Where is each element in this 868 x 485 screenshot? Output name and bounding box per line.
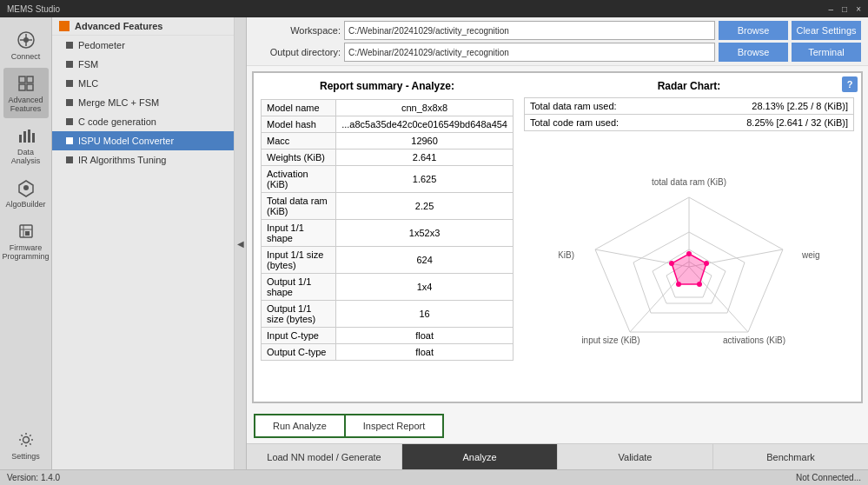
connection-status: Not Connected... — [796, 473, 861, 482]
sidebar-item-mlc[interactable]: MLC — [52, 74, 234, 93]
mlc-dot — [66, 80, 73, 87]
help-btn[interactable]: ? — [842, 76, 858, 92]
tab-benchmark[interactable]: Benchmark — [713, 444, 868, 469]
tab-load-nn[interactable]: Load NN model / Generate — [247, 444, 402, 469]
table-row: Output 1/1 size (bytes)16 — [262, 301, 514, 328]
table-cell-value: 624 — [336, 247, 514, 274]
svg-point-37 — [676, 282, 681, 287]
workspace-section: Workspace: Browse Clear Settings Output … — [247, 17, 868, 66]
table-row: Input C-typefloat — [262, 328, 514, 344]
nav-icon-settings[interactable]: Settings — [3, 424, 49, 466]
version-label: Version: 1.4.0 — [7, 473, 60, 482]
table-cell-key: Activation (KiB) — [262, 166, 336, 193]
workspace-input[interactable] — [344, 21, 715, 40]
sidebar-nav: Pedometer FSM MLC Merge MLC + FSM C code… — [52, 36, 234, 469]
sidebar-label-fsm: FSM — [78, 59, 98, 70]
svg-point-3 — [23, 37, 29, 43]
algobuilder-icon — [16, 177, 36, 198]
orange-accent — [59, 21, 70, 31]
status-bar: Version: 1.4.0 Not Connected... — [0, 469, 868, 485]
table-cell-value: 1x52x3 — [336, 220, 514, 247]
clear-settings-btn[interactable]: Clear Settings — [792, 21, 861, 40]
workspace-browse-btn[interactable]: Browse — [719, 21, 788, 40]
main-area: ? Report summary - Analyze: Model namecn… — [247, 66, 868, 469]
inspect-report-btn[interactable]: Inspect Report — [344, 414, 445, 438]
table-cell-value: 1.625 — [336, 166, 514, 193]
merge-dot — [66, 99, 73, 106]
svg-point-38 — [669, 261, 674, 266]
nav-connect-label: Connect — [11, 52, 41, 61]
table-row: Model namecnn_8x8x8 — [262, 100, 514, 116]
nav-icon-algobuilder[interactable]: AlgoBuilder — [3, 172, 49, 214]
nav-settings-label: Settings — [11, 452, 40, 461]
table-row: Model hash...a8c5a35de42c0ce016549bd648a… — [262, 116, 514, 133]
settings-icon — [16, 429, 36, 450]
svg-rect-5 — [27, 76, 33, 83]
workspace-browse-btns: Browse Clear Settings — [719, 21, 861, 40]
output-input[interactable] — [344, 43, 715, 62]
nav-icon-panel: Connect AdvancedFeatures DataAnalysis Al… — [0, 17, 52, 469]
ir-dot — [66, 156, 73, 163]
sidebar-item-ir[interactable]: IR Algorithms Tuning — [52, 150, 234, 169]
tab-validate[interactable]: Validate — [558, 444, 713, 469]
sidebar-label-merge: Merge MLC + FSM — [78, 97, 159, 108]
table-cell-key: Model hash — [262, 116, 336, 133]
tab-analyze-label: Analyze — [462, 452, 496, 462]
nav-icon-advanced[interactable]: AdvancedFeatures — [3, 68, 49, 118]
report-inner: Report summary - Analyze: Model namecnn_… — [254, 73, 861, 402]
radar-stat-value-2: 8.25% [2.641 / 32 (KiB)] — [746, 117, 848, 128]
run-analyze-btn[interactable]: Run Analyze — [254, 414, 344, 438]
sidebar-item-ispu[interactable]: ISPU Model Converter — [52, 131, 234, 150]
bottom-buttons: Run Analyze Inspect Report — [247, 409, 868, 443]
sidebar: Advanced Features Pedometer FSM MLC Merg… — [52, 17, 235, 469]
table-cell-value: 12960 — [336, 133, 514, 149]
help-button-container: ? — [842, 76, 858, 92]
nav-icon-connect[interactable]: Connect — [3, 24, 49, 66]
svg-text:weights (KiB): weights (KiB) — [801, 250, 819, 260]
radar-stat-label-1: Total data ram used: — [530, 101, 752, 111]
sidebar-label-ccode: C code generation — [78, 116, 156, 127]
close-btn[interactable]: × — [856, 4, 861, 14]
svg-marker-33 — [672, 254, 706, 284]
sidebar-item-fsm[interactable]: FSM — [52, 55, 234, 74]
svg-point-34 — [686, 251, 692, 256]
radar-svg: total data ram (KiB) weights (KiB) activ… — [559, 171, 819, 362]
main-content: Workspace: Browse Clear Settings Output … — [247, 17, 868, 469]
pedometer-dot — [66, 42, 73, 49]
table-cell-key: Model name — [262, 100, 336, 116]
sidebar-collapse[interactable]: ◀ — [235, 17, 247, 469]
output-browse-btn[interactable]: Browse — [719, 43, 788, 62]
sidebar-item-pedometer[interactable]: Pedometer — [52, 36, 234, 55]
table-row: Output 1/1 shape1x4 — [262, 274, 514, 301]
table-cell-value: 16 — [336, 301, 514, 328]
table-row: Input 1/1 size (bytes)624 — [262, 247, 514, 274]
sidebar-item-merge[interactable]: Merge MLC + FSM — [52, 93, 234, 112]
report-right: Radar Chart: Total data ram used: 28.13%… — [524, 80, 854, 395]
svg-rect-9 — [23, 131, 26, 143]
nav-icon-firmware[interactable]: FirmwareProgramming — [3, 216, 49, 266]
table-cell-key: Input 1/1 size (bytes) — [262, 247, 336, 274]
svg-point-36 — [697, 282, 702, 287]
terminal-btn[interactable]: Terminal — [792, 43, 861, 62]
radar-stat-value-1: 28.13% [2.25 / 8 (KiB)] — [752, 101, 848, 111]
sidebar-item-ccode[interactable]: C code generation — [52, 112, 234, 131]
table-cell-key: Weights (KiB) — [262, 149, 336, 166]
nav-icon-data-analysis[interactable]: DataAnalysis — [3, 120, 49, 170]
table-cell-value: 1x4 — [336, 274, 514, 301]
maximize-btn[interactable]: □ — [842, 4, 847, 14]
table-cell-value: float — [336, 328, 514, 344]
nav-data-label: DataAnalysis — [11, 148, 41, 165]
tab-analyze[interactable]: Analyze — [402, 444, 558, 469]
svg-point-13 — [23, 185, 29, 190]
data-analysis-icon — [16, 125, 36, 146]
report-table: Model namecnn_8x8x8Model hash...a8c5a35d… — [261, 99, 514, 361]
workspace-label: Workspace: — [254, 25, 341, 36]
table-cell-key: Input 1/1 shape — [262, 220, 336, 247]
ispu-dot — [66, 137, 73, 144]
table-row: Input 1/1 shape1x52x3 — [262, 220, 514, 247]
report-left: Report summary - Analyze: Model namecnn_… — [261, 80, 514, 395]
minimize-btn[interactable]: – — [829, 4, 834, 14]
workspace-row: Workspace: Browse Clear Settings — [254, 21, 861, 40]
table-cell-value: float — [336, 344, 514, 361]
table-cell-key: Output C-type — [262, 344, 336, 361]
